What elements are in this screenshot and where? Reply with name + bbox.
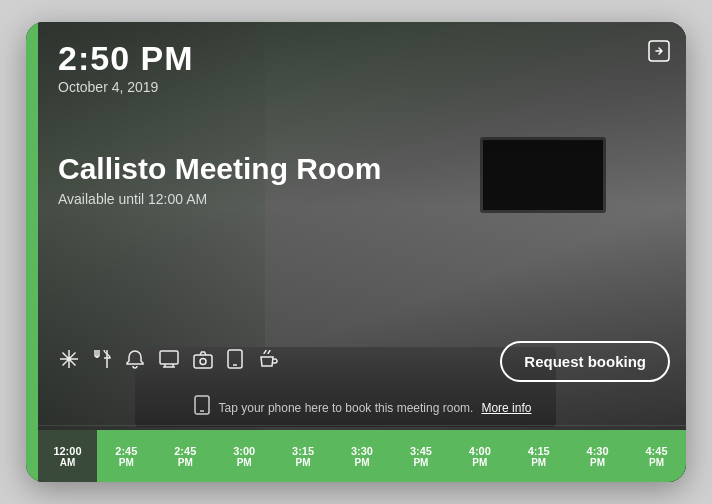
slot-time-top: 4:15 [528,445,550,457]
bell-icon [124,348,146,375]
display-icon [158,348,180,375]
slot-time-bot: PM [119,457,134,468]
slot-time-bot: PM [354,457,369,468]
amenities-icons [58,348,278,375]
slot-time-top: 3:15 [292,445,314,457]
slot-time-top: 3:00 [233,445,255,457]
slot-time-top: 2:45 [115,445,137,457]
exit-button[interactable] [648,40,670,67]
svg-point-13 [200,359,206,365]
slot-time-bot: PM [413,457,428,468]
svg-point-5 [67,357,71,361]
timeline-slot[interactable]: 3:30 PM [333,430,392,482]
timeline-slot[interactable]: 2:45 PM [97,430,156,482]
tablet-frame: 2:50 PM October 4, 2019 Callisto Meeting… [26,22,686,482]
dining-icon [92,348,112,375]
timeline-slot[interactable]: 4:45 PM [627,430,686,482]
slot-time-bot: PM [590,457,605,468]
snowflake-icon [58,348,80,375]
slot-time-bot: AM [60,457,76,468]
slot-time-bot: PM [531,457,546,468]
slot-time-bot: PM [178,457,193,468]
phone2-icon [226,348,244,375]
mobile-phone-icon [193,394,211,421]
slot-time-top: 4:30 [587,445,609,457]
timeline-bar: 12:00 AM 2:45 PM 2:45 PM 3:00 PM 3:15 PM… [38,430,686,482]
phone-tap-text: Tap your phone here to book this meeting… [219,401,474,415]
slot-time-bot: PM [472,457,487,468]
main-content: 2:50 PM October 4, 2019 Callisto Meeting… [38,22,686,482]
green-accent-bar [26,22,38,482]
request-booking-button[interactable]: Request booking [500,341,670,382]
slot-time-top: 3:30 [351,445,373,457]
time-display: 2:50 PM October 4, 2019 [58,40,666,95]
slot-time-top: 4:45 [646,445,668,457]
more-info-link[interactable]: More info [481,401,531,415]
slot-time-bot: PM [296,457,311,468]
slot-time-top: 2:45 [174,445,196,457]
timeline-slot[interactable]: 12:00 AM [38,430,97,482]
timeline-slot[interactable]: 4:00 PM [450,430,509,482]
timeline-slot[interactable]: 4:30 PM [568,430,627,482]
slot-time-bot: PM [237,457,252,468]
phone-tap-row: Tap your phone here to book this meeting… [38,394,686,426]
svg-rect-12 [194,355,212,368]
room-info: Callisto Meeting Room Available until 12… [58,152,381,207]
top-section: 2:50 PM October 4, 2019 [38,22,686,95]
room-name: Callisto Meeting Room [58,152,381,185]
amenities-row: Request booking [58,341,670,382]
camera-icon [192,348,214,375]
slot-time-bot: PM [649,457,664,468]
current-date: October 4, 2019 [58,79,666,95]
room-availability: Available until 12:00 AM [58,191,381,207]
coffee-icon [256,348,278,375]
slot-time-top: 12:00 [53,445,81,457]
svg-rect-8 [160,351,178,364]
timeline-slot[interactable]: 3:00 PM [215,430,274,482]
timeline-slot[interactable]: 3:45 PM [391,430,450,482]
slot-time-top: 3:45 [410,445,432,457]
current-time: 2:50 PM [58,40,666,77]
timeline-slot[interactable]: 4:15 PM [509,430,568,482]
slot-time-top: 4:00 [469,445,491,457]
timeline-slot[interactable]: 2:45 PM [156,430,215,482]
timeline-slot[interactable]: 3:15 PM [274,430,333,482]
